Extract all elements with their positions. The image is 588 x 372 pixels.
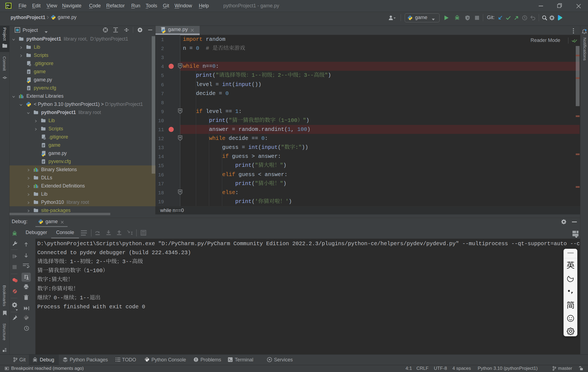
svg-text:PC: PC [7,4,10,7]
